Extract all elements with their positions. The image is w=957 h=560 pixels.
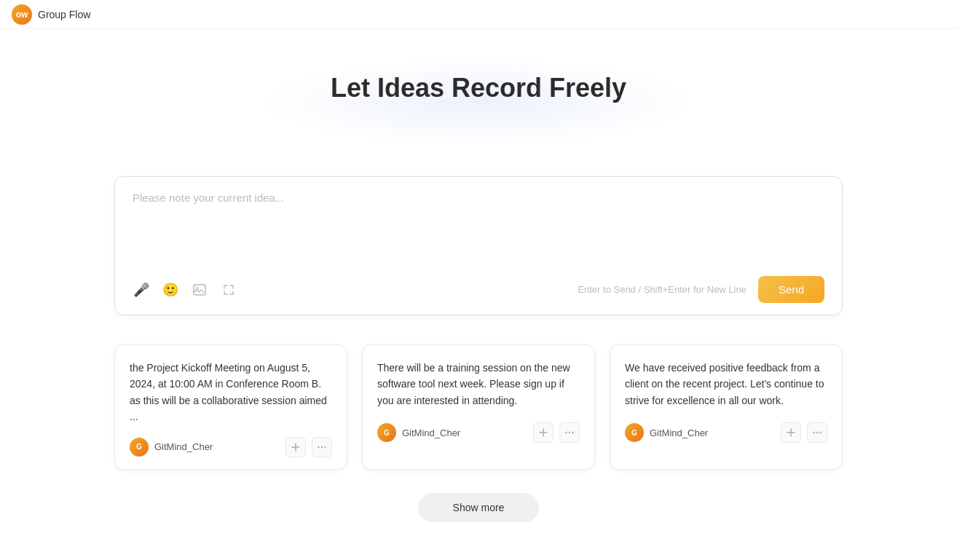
show-more-button[interactable]: Show more xyxy=(418,493,540,522)
image-icon[interactable] xyxy=(191,281,208,299)
main-content: Let Ideas Record Freely 🎤 🙂 xyxy=(0,29,957,551)
app-logo: ow xyxy=(12,4,32,25)
emoji-icon[interactable]: 🙂 xyxy=(162,281,179,299)
toolbar-right: Enter to Send / Shift+Enter for New Line… xyxy=(578,276,824,303)
show-more-section: Show more xyxy=(114,493,843,522)
card-content: There will be a training session on the … xyxy=(377,360,580,411)
app-title: Group Flow xyxy=(38,9,90,20)
expand-icon[interactable] xyxy=(220,281,237,299)
card-content: the Project Kickoff Meeting on August 5,… xyxy=(130,360,332,425)
svg-point-5 xyxy=(565,432,567,433)
idea-card: We have received positive feedback from … xyxy=(610,344,843,470)
more-card-button[interactable] xyxy=(312,437,332,457)
card-footer: G GitMind_Cher xyxy=(130,437,332,457)
logo-text: ow xyxy=(16,9,28,20)
input-card: 🎤 🙂 Enter to Send / Shift+Enter for xyxy=(114,176,843,315)
avatar: G xyxy=(625,423,644,442)
card-actions xyxy=(285,437,332,457)
send-button[interactable]: Send xyxy=(758,276,824,303)
add-card-button[interactable] xyxy=(285,437,306,457)
svg-point-6 xyxy=(569,432,570,433)
avatar: G xyxy=(130,438,149,457)
add-card-button[interactable] xyxy=(533,422,554,443)
card-footer: G GitMind_Cher xyxy=(377,422,580,443)
top-bar: ow Group Flow xyxy=(0,0,957,29)
author-name: GitMind_Cher xyxy=(154,441,213,452)
svg-point-9 xyxy=(816,432,818,433)
svg-point-3 xyxy=(321,446,323,447)
card-actions xyxy=(781,422,827,443)
idea-input[interactable] xyxy=(133,192,824,264)
card-actions xyxy=(533,422,580,443)
card-footer: G GitMind_Cher xyxy=(625,422,827,443)
author-name: GitMind_Cher xyxy=(402,427,460,438)
author-name: GitMind_Cher xyxy=(650,427,708,438)
idea-card: There will be a training session on the … xyxy=(362,344,595,470)
toolbar-icons: 🎤 🙂 xyxy=(133,281,237,299)
hero-title: Let Ideas Record Freely xyxy=(114,73,843,103)
card-author: G GitMind_Cher xyxy=(130,438,213,457)
card-author: G GitMind_Cher xyxy=(625,423,708,442)
svg-point-10 xyxy=(819,432,821,433)
svg-point-8 xyxy=(813,432,814,433)
card-content: We have received positive feedback from … xyxy=(625,360,827,411)
hero-section: Let Ideas Record Freely xyxy=(114,73,843,147)
svg-rect-0 xyxy=(194,285,205,295)
svg-point-2 xyxy=(318,446,319,447)
idea-card: the Project Kickoff Meeting on August 5,… xyxy=(114,344,347,470)
more-card-button[interactable] xyxy=(807,422,827,443)
add-card-button[interactable] xyxy=(781,422,801,443)
input-toolbar: 🎤 🙂 Enter to Send / Shift+Enter for xyxy=(133,276,824,303)
more-card-button[interactable] xyxy=(559,422,580,443)
shortcut-hint: Enter to Send / Shift+Enter for New Line xyxy=(578,284,747,295)
avatar: G xyxy=(377,423,396,442)
svg-point-4 xyxy=(324,446,326,447)
card-author: G GitMind_Cher xyxy=(377,423,460,442)
cards-grid: the Project Kickoff Meeting on August 5,… xyxy=(114,344,843,470)
microphone-icon[interactable]: 🎤 xyxy=(133,281,150,299)
svg-point-1 xyxy=(197,287,199,289)
svg-point-7 xyxy=(572,432,573,433)
